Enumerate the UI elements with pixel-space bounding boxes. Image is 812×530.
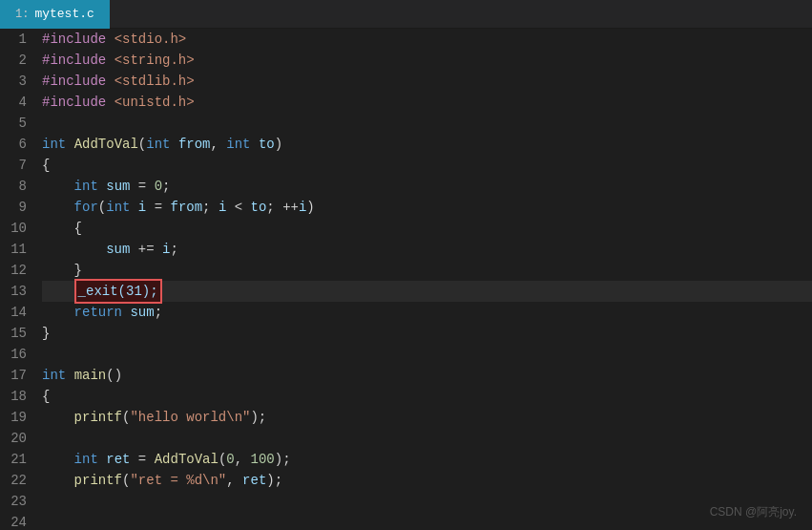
line-number: 13 (8, 281, 27, 302)
token-kw: int (74, 449, 98, 470)
line-number: 20 (8, 428, 27, 449)
token-kw: for (74, 197, 98, 218)
token-var: sum (106, 176, 130, 197)
token-plain: , (226, 470, 242, 491)
exit-call-highlight: _exit(31); (74, 279, 162, 304)
token-kw: int (74, 176, 98, 197)
code-area: 123456789101112131415161718192021222324 … (0, 29, 812, 530)
token-plain: () (106, 365, 122, 386)
token-plain: ) (275, 134, 282, 155)
code-line: #include <string.h> (42, 50, 812, 71)
tab-number: 1: (15, 8, 29, 21)
token-var: from (170, 197, 202, 218)
watermark: CSDN @阿亮joy. (710, 504, 797, 520)
token-fn: AddToVal (74, 134, 138, 155)
code-line: printf("hello world\n"); (42, 407, 812, 428)
code-content[interactable]: #include <stdio.h>#include <string.h>#in… (34, 29, 812, 530)
token-plain: = (130, 176, 154, 197)
code-line: { (42, 155, 812, 176)
token-plain: ( (98, 197, 106, 218)
token-preproc: #include (42, 92, 106, 113)
line-number: 9 (8, 197, 27, 218)
line-number: 15 (8, 323, 27, 344)
token-plain (170, 134, 177, 155)
token-preproc: #include (42, 50, 106, 71)
token-plain: } (42, 323, 50, 344)
token-plain (42, 176, 74, 197)
token-var: i (299, 197, 306, 218)
token-var: from (178, 134, 211, 155)
line-number: 18 (8, 386, 27, 407)
line-number: 3 (8, 71, 27, 92)
line-number: 8 (8, 176, 27, 197)
line-number: 22 (8, 470, 27, 491)
token-plain (42, 239, 106, 260)
token-plain: < (226, 197, 250, 218)
code-line: #include <stdio.h> (42, 29, 812, 50)
token-plain: ); (266, 470, 282, 491)
code-line: printf("ret = %d\n", ret); (42, 470, 812, 491)
token-plain: ; (155, 302, 162, 323)
token-fn: main (74, 365, 107, 386)
token-plain (42, 470, 74, 491)
token-var: ret (106, 449, 130, 470)
line-number: 24 (8, 512, 27, 530)
line-number: 17 (8, 365, 27, 386)
code-line (42, 344, 812, 365)
token-str: "ret = %d\n" (130, 470, 226, 491)
line-number: 7 (8, 155, 27, 176)
token-plain: += (130, 239, 162, 260)
code-line (42, 491, 812, 512)
token-plain (106, 29, 114, 50)
line-number: 12 (8, 260, 27, 281)
token-var: i (138, 197, 146, 218)
token-plain: ( (122, 470, 130, 491)
editor-container: 1: mytest.c 1234567891011121314151617181… (0, 0, 812, 530)
token-kw: int (146, 134, 170, 155)
token-header: <unistd.h> (115, 92, 195, 113)
token-var: sum (130, 302, 154, 323)
token-str: "hello world\n" (130, 407, 250, 428)
line-number: 4 (8, 92, 27, 113)
code-line: } (42, 260, 812, 281)
token-plain: ); (275, 449, 291, 470)
token-plain (106, 50, 114, 71)
token-plain (98, 176, 106, 197)
token-var: i (219, 197, 226, 218)
token-plain: ; (162, 176, 170, 197)
token-fn: printf (74, 407, 122, 428)
line-number: 23 (8, 491, 27, 512)
line-number: 21 (8, 449, 27, 470)
token-plain (42, 302, 74, 323)
token-header: <stdio.h> (115, 29, 187, 50)
line-number: 14 (8, 302, 27, 323)
line-number: 1 (8, 29, 27, 50)
token-num: 0 (226, 449, 234, 470)
token-kw: int (226, 134, 250, 155)
token-num: 0 (155, 176, 162, 197)
file-tab[interactable]: 1: mytest.c (0, 0, 110, 29)
token-plain: ( (219, 449, 226, 470)
code-line: for(int i = from; i < to; ++i) (42, 197, 812, 218)
token-plain: ( (138, 134, 146, 155)
token-plain: ; (170, 239, 177, 260)
token-plain (42, 281, 74, 302)
code-line: { (42, 386, 812, 407)
token-var: i (162, 239, 170, 260)
token-plain (130, 197, 137, 218)
token-plain: { (42, 386, 50, 407)
code-line: return sum; (42, 302, 812, 323)
code-line: int ret = AddToVal(0, 100); (42, 449, 812, 470)
token-plain (66, 134, 73, 155)
tab-filename: mytest.c (34, 7, 94, 21)
code-line: { (42, 218, 812, 239)
token-preproc: #include (42, 29, 106, 50)
token-plain: , (210, 134, 226, 155)
token-kw: return (74, 302, 122, 323)
token-plain (42, 197, 74, 218)
token-plain: = (146, 197, 170, 218)
code-line: sum += i; (42, 239, 812, 260)
tab-bar: 1: mytest.c (0, 0, 812, 29)
code-line: int sum = 0; (42, 176, 812, 197)
code-line: #include <unistd.h> (42, 92, 812, 113)
